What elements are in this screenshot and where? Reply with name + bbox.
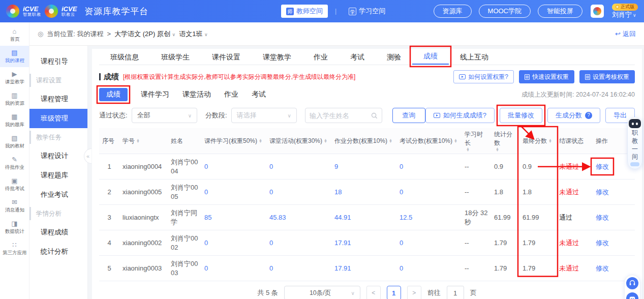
score-link-activity-row2[interactable]: 0	[269, 188, 273, 196]
score-range-select[interactable]: 请选择 ∨	[231, 108, 297, 123]
back-button[interactable]: ↩返回	[615, 29, 636, 39]
feedback-button[interactable]	[626, 292, 638, 299]
sidebar-item-my-textbooks[interactable]: ▧我的教材	[0, 131, 29, 153]
menu-homework-exam[interactable]: 作业考试	[29, 185, 87, 204]
sidebar-item-my-question-bank[interactable]: ▦我的题库	[0, 110, 29, 131]
menu-statistical-analysis[interactable]: 统计分析	[29, 242, 87, 261]
subtab-class-activity[interactable]: 课堂活动	[182, 90, 211, 99]
quick-set-weight-button[interactable]: 快速设置权重	[519, 70, 574, 83]
tab-courseware-settings[interactable]: 课件设置	[201, 49, 252, 65]
set-assess-weight-button[interactable]: 设置考核权重	[579, 70, 635, 83]
col-stat_score[interactable]: 统计分数▲▼	[491, 128, 519, 154]
score-link-activity-row5[interactable]: 0	[269, 264, 273, 272]
score-link-activity-row4[interactable]: 0	[269, 239, 273, 247]
subtab-courseware-study[interactable]: 课件学习	[141, 90, 169, 99]
sort-icon: ▲▼	[454, 139, 457, 143]
tab-homework[interactable]: 作业	[302, 49, 339, 65]
col-courseware[interactable]: 课件学习(权重50%)▲▼	[201, 128, 266, 154]
modify-link-row2[interactable]: 修改	[596, 188, 609, 196]
menu-class-management[interactable]: 班级管理	[29, 109, 87, 128]
score-link-homework-row4[interactable]: 17.91	[334, 239, 351, 247]
how-set-weight-button[interactable]: 如何设置权重?	[453, 70, 514, 83]
nav-teacher-space[interactable]: 师教师空间	[281, 5, 328, 18]
goto-label: 前往	[427, 288, 441, 297]
sidebar-item-notifications[interactable]: ✉消息通知	[0, 195, 29, 217]
tab-classroom-teaching[interactable]: 课堂教学	[252, 49, 302, 65]
subtab-grades[interactable]: 成绩	[99, 88, 128, 101]
score-link-exam-row3[interactable]: 12.5	[400, 214, 412, 221]
subtab-homework[interactable]: 作业	[224, 90, 238, 99]
score-link-exam-row2[interactable]: 0	[400, 188, 403, 196]
tab-grades[interactable]: 成绩	[412, 48, 449, 65]
sidebar-item-third-party-apps[interactable]: ∷第三方应用	[0, 238, 29, 259]
tab-online-interaction[interactable]: 线上互动	[449, 49, 500, 65]
prev-page-button[interactable]: <	[366, 286, 381, 299]
robot-icon	[629, 119, 641, 128]
sidebar-item-pending-exams[interactable]: ▣待批考试	[0, 174, 29, 195]
menu-course-design[interactable]: 课程设计	[29, 146, 87, 166]
customer-service-button[interactable]	[626, 277, 638, 289]
tab-class-students[interactable]: 班级学生	[150, 49, 201, 65]
score-link-courseware-row5[interactable]: 0	[204, 264, 208, 272]
score-link-activity-row3[interactable]: 45.83	[269, 214, 286, 221]
col-exam[interactable]: 考试分数(权重10%)▲▼	[396, 128, 462, 154]
sort-icon: ▲▼	[259, 139, 262, 143]
user-block[interactable]: 正式版 刘肖宁∨	[612, 4, 638, 19]
modify-link-row3[interactable]: 修改	[596, 214, 609, 221]
score-link-courseware-row3[interactable]: 85	[204, 214, 211, 221]
score-link-activity-row1[interactable]: 0	[269, 163, 273, 170]
modify-link-row1[interactable]: 修改	[596, 163, 609, 170]
topbar-pill-smart-casting[interactable]: 智能投屏	[538, 5, 582, 18]
subtab-exam[interactable]: 考试	[252, 90, 266, 99]
score-link-homework-row3[interactable]: 44.91	[334, 214, 351, 221]
score-link-courseware-row2[interactable]: 0	[204, 188, 208, 196]
sidebar-item-classroom-teaching[interactable]: ▶课堂教学	[0, 67, 29, 88]
sidebar-item-my-courses[interactable]: ▤我的课程	[0, 46, 29, 67]
class-dropdown[interactable]: 语文1班 ∨	[179, 29, 207, 39]
col-activity[interactable]: 课堂活动(权重30%)▲▼	[266, 128, 331, 154]
tab-quiz[interactable]: 测验	[376, 49, 412, 65]
modify-link-row4[interactable]: 修改	[596, 239, 609, 247]
menu-course-management[interactable]: 课程管理	[29, 89, 87, 109]
goto-page-input[interactable]	[447, 286, 464, 299]
current-page[interactable]: 1	[387, 286, 401, 299]
score-link-homework-row5[interactable]: 17.91	[334, 264, 351, 272]
sidebar-item-home[interactable]: ⌂首页	[0, 24, 29, 46]
nav-learning-space[interactable]: 学学习空间	[344, 5, 390, 18]
student-search-input[interactable]	[310, 112, 368, 119]
per-page-select[interactable]: 10条/页 ∨	[284, 286, 360, 299]
modify-link-row5[interactable]: 修改	[596, 264, 609, 272]
col-student_id[interactable]: 学号▲▼	[119, 128, 168, 154]
sidebar-item-my-resources[interactable]: ▥我的资源	[0, 88, 29, 110]
how-generate-button[interactable]: 如何生成成绩?	[425, 108, 495, 123]
assistant-widget[interactable]: 职教一间	[627, 117, 642, 169]
score-link-courseware-row4[interactable]: 0	[204, 239, 208, 247]
col-final_score[interactable]: 最终分数▲▼	[519, 128, 556, 154]
menu-course-grades[interactable]: 课程成绩	[29, 223, 87, 242]
tab-exam[interactable]: 考试	[339, 49, 376, 65]
col-duration[interactable]: 学习时长▲▼	[462, 128, 491, 154]
course-dropdown[interactable]: 大学语文 (2P) 原创 ∨	[114, 29, 175, 39]
score-link-homework-row1[interactable]: 9	[334, 163, 338, 170]
tab-class-info[interactable]: 班级信息	[99, 49, 150, 65]
user-name[interactable]: 刘肖宁∨	[612, 11, 636, 19]
score-link-exam-row5[interactable]: 0	[400, 264, 403, 272]
query-button[interactable]: 查询	[392, 108, 425, 123]
next-page-button[interactable]: >	[407, 286, 421, 299]
topbar-pill-resource-library[interactable]: 资源库	[434, 5, 472, 18]
sidebar-item-pending-homework[interactable]: ✎待批作业	[0, 153, 29, 174]
document-icon	[525, 74, 530, 80]
menu-course-guide[interactable]: 课程引导	[29, 52, 87, 71]
score-link-courseware-row1[interactable]: 0	[204, 163, 208, 170]
menu-course-question-bank[interactable]: 课程题库	[29, 166, 87, 185]
score-link-homework-row2[interactable]: 18	[334, 188, 342, 196]
topbar-pill-mooc-academy[interactable]: MOOC学院	[479, 5, 531, 18]
batch-edit-button[interactable]: 批量修改	[500, 108, 542, 123]
generate-score-button[interactable]: 生成分数?	[547, 108, 600, 123]
sidebar-item-data-statistics[interactable]: ◨数据统计	[0, 217, 29, 238]
col-homework[interactable]: 作业分数(权重10%)▲▼	[331, 128, 396, 154]
score-link-exam-row4[interactable]: 0	[400, 239, 403, 247]
status-select[interactable]: 全部 ∨	[132, 108, 197, 123]
score-link-exam-row1[interactable]: 0	[400, 163, 403, 170]
app-launcher-icon[interactable]	[591, 5, 604, 18]
